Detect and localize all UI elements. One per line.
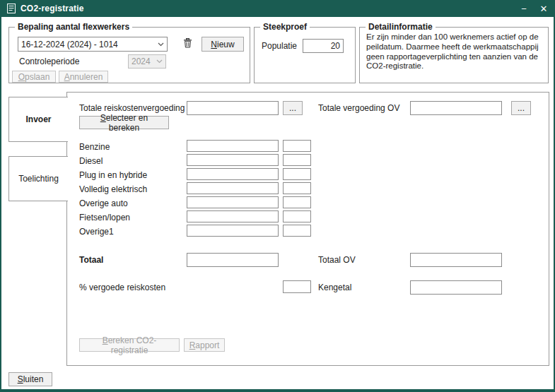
selecteer-en-bereken-button[interactable]: Selecteer en bereken bbox=[79, 116, 169, 129]
steekproef-groupbox: Steekproef Populatie bbox=[254, 27, 356, 83]
nieuw-button[interactable]: Nieuw bbox=[201, 37, 244, 52]
kengetal-input[interactable] bbox=[410, 280, 502, 295]
detailinformatie-legend: Detailinformatie bbox=[366, 22, 436, 32]
pct-vergoede-label: % vergoede reiskosten bbox=[79, 283, 165, 292]
totale-ov-label: Totale vergoeding OV bbox=[318, 103, 399, 113]
fuel-row-extra-input[interactable] bbox=[283, 140, 311, 152]
detail-text: Er zijn minder dan 100 werknemers actief… bbox=[366, 32, 543, 71]
totale-reiskosten-browse-button[interactable]: ... bbox=[283, 101, 303, 115]
fuel-row-label: Plug in en hybride bbox=[79, 170, 147, 180]
controleperiode-select[interactable]: 2024 bbox=[128, 54, 166, 69]
fuel-row-amount-input[interactable] bbox=[187, 168, 279, 180]
fuel-row-amount-input[interactable] bbox=[187, 196, 279, 208]
fuel-row-amount-input[interactable] bbox=[187, 182, 279, 194]
fuel-row-label: Diesel bbox=[79, 156, 103, 166]
fuel-row-label: Benzine bbox=[79, 142, 110, 152]
totaal-label: Totaal bbox=[79, 255, 103, 265]
tab-toelichting[interactable]: Toelichting bbox=[8, 156, 68, 201]
bereken-co2-button[interactable]: Bereken CO2-registratie bbox=[79, 338, 180, 352]
kengetal-label: Kengetal bbox=[318, 283, 351, 292]
populatie-label: Populatie bbox=[262, 41, 297, 51]
annuleren-button[interactable]: Annuleren bbox=[59, 71, 108, 83]
totaal-ov-input[interactable] bbox=[410, 253, 502, 267]
fuel-row-label: Overige1 bbox=[79, 227, 114, 237]
pct-vergoede-input[interactable] bbox=[283, 280, 311, 293]
fuel-row-extra-input[interactable] bbox=[283, 210, 311, 222]
tab-invoer[interactable]: Invoer bbox=[8, 97, 68, 142]
fuel-row-amount-input[interactable] bbox=[187, 140, 279, 152]
fuel-row-extra-input[interactable] bbox=[283, 196, 311, 208]
totaal-input[interactable] bbox=[187, 253, 279, 267]
totale-reiskosten-input[interactable] bbox=[187, 101, 279, 115]
fuel-row-label: Overige auto bbox=[79, 198, 128, 208]
controleperiode-label: Controleperiode bbox=[19, 57, 79, 66]
fuel-row-amount-input[interactable] bbox=[187, 225, 279, 237]
trash-icon bbox=[183, 38, 192, 50]
totale-ov-browse-button[interactable]: ... bbox=[511, 101, 531, 115]
fuel-row-label: Fietsen/lopen bbox=[79, 213, 130, 222]
fuel-row-extra-input[interactable] bbox=[283, 182, 311, 194]
steekproef-legend: Steekproef bbox=[260, 22, 310, 32]
controleperiode-select-value: 2024 bbox=[132, 57, 153, 66]
fuel-row-extra-input[interactable] bbox=[283, 154, 311, 166]
tab-toelichting-label: Toelichting bbox=[18, 174, 59, 184]
rapport-button[interactable]: Rapport bbox=[184, 338, 225, 352]
co2-registratie-window: CO2-registratie − ✕ Bepaling aantal flex… bbox=[0, 0, 555, 392]
window-title: CO2-registratie bbox=[21, 4, 84, 13]
totale-ov-input[interactable] bbox=[410, 101, 502, 115]
ellipsis-icon: ... bbox=[289, 103, 296, 113]
fuel-row-amount-input[interactable] bbox=[187, 210, 279, 222]
flexwerkers-legend: Bepaling aantal flexwerkers bbox=[15, 22, 132, 32]
period-select[interactable]: 16-12-2024 (2024) - 1014 bbox=[18, 37, 168, 52]
period-select-value: 16-12-2024 (2024) - 1014 bbox=[21, 40, 155, 49]
ellipsis-icon: ... bbox=[518, 103, 525, 113]
chevron-down-icon bbox=[158, 42, 164, 47]
minimize-button[interactable]: − bbox=[514, 0, 534, 17]
fuel-row-extra-input[interactable] bbox=[283, 168, 311, 180]
fuel-row-label: Volledig elektrisch bbox=[79, 184, 147, 194]
totale-reiskosten-label: Totale reiskostenvergoeding bbox=[79, 103, 185, 113]
delete-period-button[interactable] bbox=[177, 37, 197, 52]
close-button[interactable]: ✕ bbox=[534, 0, 554, 17]
fuel-row-amount-input[interactable] bbox=[187, 154, 279, 166]
document-icon bbox=[7, 4, 16, 13]
fuel-row-extra-input[interactable] bbox=[283, 225, 311, 237]
populatie-input[interactable] bbox=[303, 39, 344, 53]
tab-invoer-label: Invoer bbox=[25, 114, 51, 124]
flexwerkers-groupbox: Bepaling aantal flexwerkers 16-12-2024 (… bbox=[8, 27, 250, 83]
chevron-down-icon bbox=[156, 59, 163, 64]
totaal-ov-label: Totaal OV bbox=[318, 255, 356, 265]
opslaan-button[interactable]: Opslaan bbox=[12, 71, 56, 83]
title-bar: CO2-registratie − ✕ bbox=[1, 0, 554, 17]
sluiten-button[interactable]: Sluiten bbox=[8, 372, 52, 386]
detailinformatie-groupbox: Detailinformatie Er zijn minder dan 100 … bbox=[359, 27, 549, 83]
